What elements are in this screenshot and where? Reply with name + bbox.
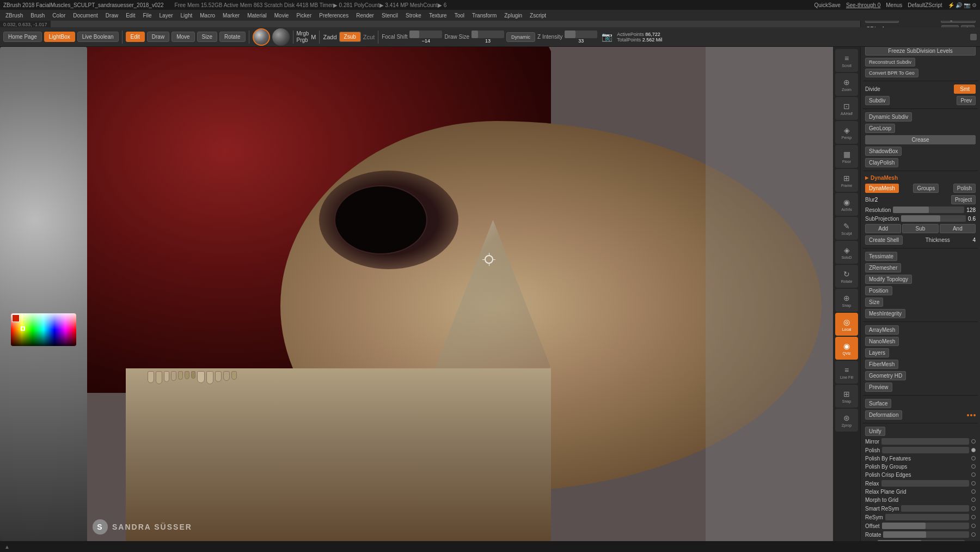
resolution-slider[interactable] [893, 207, 964, 213]
menu-transform[interactable]: Transform [469, 11, 500, 20]
menu-light[interactable]: Light [177, 11, 196, 20]
persp-btn[interactable]: ◈ Persp [835, 121, 858, 144]
resize-handle[interactable] [970, 34, 977, 40]
size-btn[interactable]: Size [197, 32, 217, 42]
claypolish-btn[interactable]: ClayPolish [865, 158, 898, 167]
viewport[interactable]: S SANDRA SÜSSER [87, 47, 860, 541]
menu-zbrush[interactable]: ZBrush [2, 11, 26, 20]
dynamic-subdiv-btn[interactable]: Dynamic Subdiv [865, 112, 912, 122]
convertbpr-btn[interactable]: Convert BPR To Geo [865, 69, 918, 77]
shadowbox-btn[interactable]: ShadowBox [865, 147, 902, 156]
snap2-btn[interactable]: ⊞ Snap [835, 385, 858, 408]
draw-btn[interactable]: Draw [147, 32, 169, 42]
geoloop-btn[interactable]: GeoLoop [865, 124, 895, 133]
menu-movie[interactable]: Movie [271, 11, 292, 20]
scroll-btn[interactable]: ≡ Scroll [835, 49, 858, 72]
menu-layer[interactable]: Layer [156, 11, 176, 20]
edit-btn[interactable]: Edit [126, 32, 145, 42]
quicksave-btn[interactable]: QuickSave [814, 2, 841, 8]
offset-slider[interactable] [882, 523, 970, 529]
menu-brush[interactable]: Brush [27, 11, 48, 20]
prgb-label[interactable]: Prgb [297, 37, 309, 43]
menu-draw[interactable]: Draw [102, 11, 121, 20]
live-boolean-btn[interactable]: Live Boolean [77, 32, 119, 42]
menu-preferences[interactable]: Preferences [316, 11, 352, 20]
groups-btn[interactable]: Groups [913, 184, 939, 193]
menu-render[interactable]: Render [353, 11, 377, 20]
dynamesh-btn[interactable]: DynaMesh [865, 184, 899, 193]
menus-btn[interactable]: Menus [886, 2, 902, 8]
zprop-btn[interactable]: ⊛ Zprop [835, 409, 858, 432]
project-btn[interactable]: Project [951, 195, 976, 204]
arraymesh-btn[interactable]: ArrayMesh [865, 325, 899, 335]
actvis-btn[interactable]: ◉ ActVis [835, 193, 858, 216]
home-page-btn[interactable]: Home Page [3, 32, 42, 42]
fibermesh-btn[interactable]: FiberMesh [865, 360, 898, 369]
zsub-btn[interactable]: Zsub [339, 32, 361, 42]
solod-btn[interactable]: ◈ SoloD [835, 241, 858, 264]
menu-document[interactable]: Document [70, 11, 101, 20]
layers-btn[interactable]: Layers [865, 348, 889, 357]
modifytopo-btn[interactable]: Modify Topology [865, 275, 912, 284]
subprojection-slider[interactable] [901, 215, 966, 222]
menu-texture[interactable]: Texture [426, 11, 450, 20]
zremesher-btn[interactable]: ZRemesher [865, 263, 901, 272]
smt-btn[interactable]: Smt [954, 84, 976, 94]
drawsize-slider[interactable] [471, 31, 504, 38]
aahalf-btn[interactable]: ⊡ AAHalf [835, 97, 858, 120]
createshell-btn[interactable]: Create Shell [865, 235, 903, 245]
rotate-view-btn[interactable]: ↻ Rotate [835, 265, 858, 288]
relax-slider[interactable] [881, 480, 969, 487]
menu-zscript[interactable]: Zscript [526, 11, 549, 20]
menu-macro[interactable]: Macro [197, 11, 218, 20]
reconst-btn[interactable]: Reconstruct Subdiv [865, 58, 915, 66]
half-sphere-icon[interactable] [272, 28, 290, 46]
color-picker[interactable] [11, 313, 76, 346]
menu-zplugin[interactable]: Zplugin [501, 11, 525, 20]
zintensity-slider[interactable] [565, 31, 597, 38]
deformation-btn[interactable]: Deformation [865, 410, 902, 420]
menu-picker[interactable]: Picker [293, 11, 315, 20]
polish-btn[interactable]: Polish [953, 184, 976, 193]
menu-stencil[interactable]: Stencil [378, 11, 401, 20]
color-marker[interactable] [21, 326, 25, 331]
m-label[interactable]: M [311, 34, 316, 40]
nanomesh-btn[interactable]: NanoMesh [865, 337, 899, 346]
zadd-label[interactable]: Zadd [323, 34, 336, 40]
zoom-btn[interactable]: ⊕ Zoom [835, 73, 858, 96]
mrgb-label[interactable]: Mrgb [297, 31, 309, 37]
menu-color[interactable]: Color [49, 11, 69, 20]
sculpt-btn[interactable]: ✎ Sculpt [835, 217, 858, 240]
menu-file[interactable]: File [139, 11, 155, 20]
script-btn[interactable]: DefaultZScript [908, 2, 942, 8]
move-btn[interactable]: Move [171, 32, 194, 42]
seethrough-btn[interactable]: See-through 0 [846, 2, 880, 8]
meshintegrity-btn[interactable]: MeshIntegrity [865, 309, 905, 318]
freeze-subdiv-btn[interactable]: Freeze SubDivision Levels [865, 46, 976, 56]
lightbox-btn[interactable]: LightBox [44, 32, 75, 42]
mirror-slider[interactable] [881, 438, 969, 445]
snap-btn[interactable]: ⊕ Snap [835, 289, 858, 312]
polish2-slider[interactable] [882, 447, 969, 453]
sub-btn[interactable]: Sub [902, 224, 938, 233]
add-btn[interactable]: Add [865, 224, 901, 233]
unify-btn[interactable]: Unify [865, 427, 885, 436]
menu-stroke[interactable]: Stroke [402, 11, 425, 20]
position-btn[interactable]: Position [865, 286, 892, 295]
dynamic-btn[interactable]: Dynamic [506, 32, 535, 42]
camera-icon[interactable]: 📷 [602, 32, 612, 42]
prev-btn[interactable]: Prev [957, 96, 976, 105]
menu-material[interactable]: Material [244, 11, 270, 20]
linef-btn[interactable]: ≡ Line Fill [835, 361, 858, 384]
brush-preview[interactable] [22, 51, 65, 95]
zcut-label[interactable]: Zcut [363, 34, 375, 40]
rotate-deform-slider[interactable] [883, 531, 969, 538]
surface-btn[interactable]: Surface [865, 399, 891, 408]
geometryhd-btn[interactable]: Geometry HD [865, 371, 906, 380]
sphere-icon[interactable] [253, 28, 270, 46]
menu-tool[interactable]: Tool [451, 11, 468, 20]
tessimate-btn[interactable]: Tessimate [865, 252, 897, 261]
resym-slider[interactable] [885, 514, 969, 520]
local-btn[interactable]: ◎ Local [835, 313, 858, 336]
smartresym-slider[interactable] [901, 505, 969, 512]
